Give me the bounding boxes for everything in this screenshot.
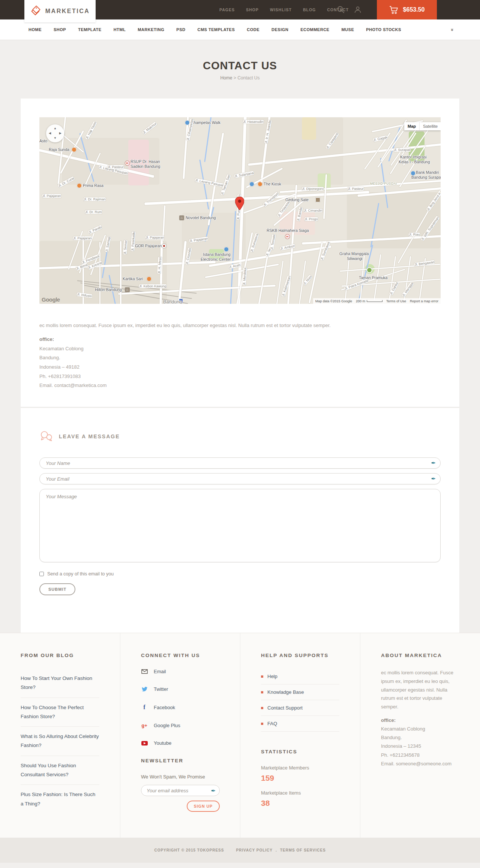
submit-button[interactable]: SUBMIT: [39, 583, 75, 595]
topnav-item[interactable]: SHOP: [246, 7, 259, 12]
map-type-map-button[interactable]: Map: [404, 122, 420, 130]
blog-post-link[interactable]: Plus Size Fashion: Is There Such a Thing…: [21, 785, 99, 814]
leave-message-heading: LEAVE A MESSAGE: [59, 433, 120, 439]
name-input[interactable]: [39, 457, 441, 469]
topnav-item[interactable]: WISHLIST: [270, 7, 292, 12]
map-label: Jl. Pandu: [88, 225, 102, 235]
map-shop-icon: [249, 182, 254, 187]
topnav-item[interactable]: BLOG: [303, 7, 316, 12]
map-label: Jl. Makmur: [142, 122, 158, 135]
help-link[interactable]: Contact Support: [261, 700, 339, 716]
map-label: Asto: [39, 139, 47, 143]
newsletter-email-input[interactable]: [141, 785, 220, 796]
pan-right-icon[interactable]: ▶: [59, 132, 62, 135]
breadcrumb-home[interactable]: Home: [220, 75, 232, 81]
report-map-error-link[interactable]: Report a map error: [410, 299, 438, 303]
pen-icon: ✒: [211, 787, 216, 794]
mainnav-item[interactable]: CODE: [247, 27, 260, 32]
cart-button[interactable]: $653.50: [377, 0, 437, 19]
mainnav-item[interactable]: MUSE: [341, 27, 354, 32]
newsletter-heading: NEWSLETTER: [141, 758, 219, 763]
map-label: Jl. Pasteur: [348, 187, 364, 191]
send-copy-checkbox[interactable]: [39, 572, 44, 576]
google-plus-icon: g+: [141, 723, 147, 728]
map-label: Kelas I - Bandung: [399, 160, 430, 164]
mainnav-item[interactable]: ECOMMERCE: [300, 27, 329, 32]
mainnav-links: HOMESHOPTEMPLATEHTMLMARKETINGPSDCMS TEMP…: [28, 27, 451, 32]
map-label: Jl. Riau: [409, 233, 420, 236]
topnav-item[interactable]: PAGES: [219, 7, 235, 12]
blog-post-link[interactable]: Should You Use Fashion Consultant Servic…: [21, 756, 99, 785]
mainnav-item[interactable]: DESIGN: [272, 27, 288, 32]
page-header: CONTACT US Home > Contact Us: [0, 40, 480, 99]
breadcrumb-separator: >: [234, 75, 236, 81]
more-categories-icon[interactable]: »: [450, 28, 455, 31]
user-icon[interactable]: [354, 6, 362, 13]
map-label: Prima Rasa: [83, 183, 104, 188]
mainnav-item[interactable]: PHOTO STOCKS: [366, 27, 401, 32]
connect-heading: CONNECT WITH US: [141, 653, 219, 658]
map-label: Champelas Walk: [191, 120, 220, 125]
message-textarea[interactable]: [39, 489, 441, 562]
blog-heading: FROM OUR BLOG: [21, 653, 99, 658]
map-pan-control[interactable]: ▲ ▼ ◀ ▶: [46, 124, 64, 142]
tag-icon: [30, 5, 42, 18]
contact-intro-text: ec mollis lorem consequat. Fusce ipsum e…: [39, 322, 441, 330]
privacy-policy-link[interactable]: PRIVACY POLICY: [236, 848, 273, 852]
map-label: Istana Bandung: [203, 252, 231, 257]
bullet-icon: [261, 675, 263, 678]
map-type-satellite-button[interactable]: Satellite: [420, 122, 441, 130]
facebook-icon: f: [143, 704, 145, 711]
pan-up-icon[interactable]: ▲: [54, 127, 57, 130]
map-label: Jl. Layang Pasupati: [195, 178, 225, 188]
breadcrumb-current: Contact Us: [237, 75, 260, 81]
mainnav-item[interactable]: CMS TEMPLATES: [197, 27, 235, 32]
map-museum-icon: [315, 197, 320, 202]
brand-logo[interactable]: MARKETICA: [24, 0, 96, 22]
map-label: Hilton Bandung: [95, 287, 122, 292]
help-link[interactable]: Knowladge Base: [261, 684, 339, 700]
search-icon[interactable]: [337, 6, 345, 14]
social-link-facebook[interactable]: f Facebook: [141, 704, 219, 711]
google-map[interactable]: ▲ ▼ ◀ ▶ Map Satellite Google Map data ©2…: [39, 117, 441, 304]
twitter-icon: [141, 687, 148, 692]
map-marker-icon[interactable]: [235, 197, 244, 210]
footer-help-column: HELP AND SUPPORTS HelpKnowladge BaseCont…: [240, 633, 360, 838]
terms-of-use-link[interactable]: Terms of Use: [386, 299, 406, 303]
mainnav-item[interactable]: TEMPLATE: [78, 27, 101, 32]
office-address-line: Ph. +62817391083: [39, 374, 441, 379]
help-link[interactable]: Help: [261, 669, 339, 684]
blog-post-link[interactable]: How To Start Your Own Fashion Store?: [21, 669, 99, 698]
pan-down-icon[interactable]: ▼: [54, 137, 57, 140]
office-address-line: Kecamatan Coblong: [39, 346, 441, 351]
chat-bubbles-icon: [39, 430, 54, 442]
statistics-heading: STATISTICS: [261, 749, 339, 754]
about-heading: ABOUT MARKETICA: [381, 653, 459, 658]
signup-button[interactable]: SIGN UP: [187, 801, 220, 812]
mainnav-item[interactable]: SHOP: [54, 27, 66, 32]
map-label: Siliwangi: [347, 256, 362, 261]
mainnav-item[interactable]: MARKETING: [138, 27, 164, 32]
blog-post-link[interactable]: How To Choose The Perfect Fashion Store?: [21, 698, 99, 727]
email-input[interactable]: [39, 473, 441, 484]
social-link-twitter[interactable]: Twitter: [141, 686, 219, 692]
map-label: Jl. Diponegoro: [302, 187, 324, 191]
mainnav-item[interactable]: HOME: [28, 27, 42, 32]
map-label: Raja Sunda: [49, 147, 69, 152]
pen-icon: ✒: [431, 460, 436, 466]
social-link-email[interactable]: Email: [141, 669, 219, 674]
map-attribution: Map data ©2015 Google 200 m Terms of Use…: [313, 298, 441, 304]
help-link[interactable]: FAQ: [261, 716, 339, 732]
terms-of-services-link[interactable]: TERMS OF SERVICES: [280, 848, 326, 852]
pan-left-icon[interactable]: ◀: [49, 132, 51, 135]
social-link-gplus[interactable]: g+ Google Plus: [141, 723, 219, 728]
mainnav-item[interactable]: PSD: [176, 27, 185, 32]
map-hotel-icon: ⌂: [179, 215, 184, 220]
map-label: Jl. Hasanudin: [243, 120, 264, 124]
brand-name: MARKETICA: [45, 8, 90, 15]
map-road: [207, 133, 224, 226]
copyright-bar: COPYRIGHT © 2015 TOKOPRESS PRIVACY POLIC…: [0, 838, 480, 863]
mainnav-item[interactable]: HTML: [114, 27, 126, 32]
social-link-youtube[interactable]: Youtube: [141, 740, 219, 746]
blog-post-link[interactable]: What is So Alluring About Celebrity Fash…: [21, 727, 99, 756]
